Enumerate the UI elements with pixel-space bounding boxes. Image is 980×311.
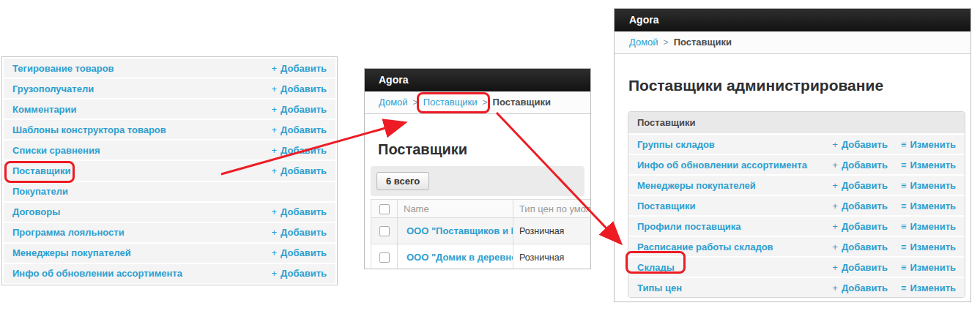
model-link-assortment-info[interactable]: Инфо об обновлении ассортимента: [12, 268, 182, 279]
plus-icon: +: [271, 268, 277, 279]
breadcrumb-suppliers-link[interactable]: Поставщики: [423, 97, 478, 108]
change-link[interactable]: ≡Изменить: [901, 139, 956, 150]
model-link-warehouses[interactable]: Склады: [637, 262, 675, 273]
add-link[interactable]: +Добавить: [832, 180, 888, 191]
model-link-warehouse-groups[interactable]: Группы складов: [637, 139, 715, 150]
add-link[interactable]: +Добавить: [832, 221, 888, 232]
change-link-label: Изменить: [910, 262, 956, 273]
table-row: Группы складов +Добавить≡Изменить: [628, 135, 965, 154]
add-link-label: Добавить: [281, 145, 327, 156]
add-link-label: Добавить: [281, 63, 327, 74]
change-link-label: Изменить: [910, 180, 956, 191]
table-row: Менеджеры покупателей +Добавить: [4, 244, 335, 263]
change-lines-icon: ≡: [901, 221, 907, 232]
add-link[interactable]: +Добавить: [832, 241, 888, 252]
breadcrumb-home-link[interactable]: Домой: [379, 97, 408, 108]
model-link-comparisons[interactable]: Списки сравнения: [12, 145, 100, 156]
change-link-label: Изменить: [910, 282, 956, 293]
add-link[interactable]: +Добавить: [832, 282, 888, 293]
change-link[interactable]: ≡Изменить: [901, 221, 956, 232]
table-row-warehouses: Склады +Добавить≡Изменить: [628, 258, 965, 277]
model-link-contracts[interactable]: Договоры: [12, 206, 60, 217]
add-link[interactable]: +Добавить: [271, 145, 327, 156]
add-link-label: Добавить: [842, 241, 888, 252]
add-link[interactable]: +Добавить: [832, 160, 888, 171]
plus-icon: +: [271, 165, 277, 176]
row-checkbox[interactable]: [379, 226, 390, 236]
suppliers-app-table: Поставщики Группы складов +Добавить≡Изме…: [628, 111, 965, 298]
add-link[interactable]: +Добавить: [832, 262, 888, 273]
change-link-label: Изменить: [910, 241, 956, 252]
table-row: Типы цен +Добавить≡Изменить: [628, 278, 965, 297]
change-link[interactable]: ≡Изменить: [901, 282, 956, 293]
app-header-bar: Agora: [615, 9, 970, 31]
plus-icon: +: [832, 180, 838, 191]
add-link[interactable]: +Добавить: [271, 206, 327, 217]
add-link[interactable]: +Добавить: [271, 104, 327, 115]
model-link-buyer-managers[interactable]: Менеджеры покупателей: [12, 247, 131, 258]
select-all-cell: [371, 200, 398, 218]
model-link-buyer-managers[interactable]: Менеджеры покупателей: [637, 180, 756, 191]
row-checkbox[interactable]: [379, 252, 390, 263]
screenshot-canvas: Тегирование товаров +Добавить Грузополуч…: [0, 0, 980, 311]
add-link[interactable]: +Добавить: [271, 165, 327, 176]
app-table-caption: Поставщики: [628, 112, 965, 133]
add-link-label: Добавить: [281, 124, 327, 135]
model-link-warehouse-schedule[interactable]: Расписание работы складов: [637, 241, 773, 252]
plus-icon: +: [832, 282, 838, 293]
table-row: Менеджеры покупателей +Добавить≡Изменить: [628, 176, 965, 195]
supplier-link[interactable]: ООО "Поставщиков и Ко": [404, 225, 513, 236]
model-link-tagging[interactable]: Тегирование товаров: [12, 63, 114, 74]
add-link[interactable]: +Добавить: [271, 268, 327, 279]
plus-icon: +: [832, 262, 838, 273]
plus-icon: +: [271, 206, 277, 217]
page-title: Поставщики администрирование: [628, 76, 970, 95]
change-link[interactable]: ≡Изменить: [901, 201, 956, 211]
chevron-separator-icon: >: [413, 97, 418, 108]
suppliers-changelist-window: Agora Домой>Поставщики>Поставщики Постав…: [364, 68, 591, 269]
model-link-comments[interactable]: Комментарии: [12, 104, 77, 115]
select-all-checkbox[interactable]: [379, 204, 390, 214]
add-link[interactable]: +Добавить: [271, 63, 327, 74]
breadcrumb-home-link[interactable]: Домой: [629, 37, 658, 48]
table-row: Инфо об обновлении ассортимента +Добавит…: [628, 155, 965, 174]
model-link-buyers[interactable]: Покупатели: [12, 186, 68, 197]
model-link-consignees[interactable]: Грузополучатели: [12, 83, 94, 94]
add-link[interactable]: +Добавить: [271, 247, 327, 258]
plus-icon: +: [271, 83, 277, 94]
total-count-button[interactable]: 6 всего: [376, 172, 429, 190]
model-link-templates[interactable]: Шаблоны конструктора товаров: [12, 124, 166, 135]
model-link-suppliers[interactable]: Поставщики: [12, 165, 70, 176]
add-link-label: Добавить: [281, 165, 327, 176]
change-link[interactable]: ≡Изменить: [901, 180, 956, 191]
app-title: Agora: [629, 14, 658, 26]
add-link[interactable]: +Добавить: [271, 83, 327, 94]
change-link[interactable]: ≡Изменить: [901, 241, 956, 252]
change-link-label: Изменить: [910, 201, 956, 211]
model-link-loyalty[interactable]: Программа лояльности: [12, 227, 125, 238]
breadcrumb: Домой>Поставщики: [615, 31, 970, 54]
column-header-price-type[interactable]: Тип цен по умолчанию: [513, 200, 592, 218]
table-row: Комментарии +Добавить: [4, 100, 335, 119]
plus-icon: +: [832, 221, 838, 232]
column-header-name[interactable]: Name: [398, 200, 513, 218]
changelist-content: Поставщики 6 всего Name Тип цен по умолч…: [365, 140, 590, 269]
add-link-label: Добавить: [842, 139, 888, 150]
table-row: Расписание работы складов +Добавить≡Изме…: [628, 237, 965, 256]
model-link-assortment-info[interactable]: Инфо об обновлении ассортимента: [637, 160, 807, 171]
add-link[interactable]: +Добавить: [832, 201, 888, 211]
supplier-link[interactable]: ООО "Домик в деревне": [404, 252, 513, 263]
plus-icon: +: [271, 63, 277, 74]
model-link-supplier-profiles[interactable]: Профили поставщика: [637, 221, 741, 232]
table-row: Шаблоны конструктора товаров +Добавить: [4, 120, 335, 139]
change-link[interactable]: ≡Изменить: [901, 160, 956, 171]
change-link[interactable]: ≡Изменить: [901, 262, 956, 273]
price-type-value: Розничная: [519, 226, 564, 236]
add-link[interactable]: +Добавить: [271, 124, 327, 135]
model-link-price-types[interactable]: Типы цен: [637, 282, 682, 293]
add-link-label: Добавить: [842, 262, 888, 273]
model-link-suppliers[interactable]: Поставщики: [637, 201, 695, 211]
table-header-row: Name Тип цен по умолчанию: [371, 200, 592, 218]
add-link[interactable]: +Добавить: [271, 227, 327, 238]
add-link[interactable]: +Добавить: [832, 139, 888, 150]
